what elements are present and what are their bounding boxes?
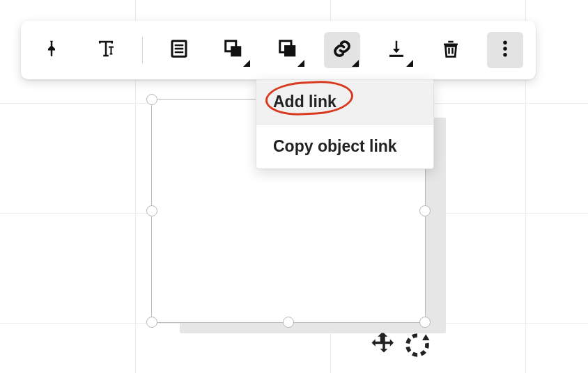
pin-icon bbox=[41, 38, 62, 62]
copy-icon bbox=[277, 38, 298, 62]
delete-button[interactable] bbox=[433, 32, 469, 68]
list-icon bbox=[169, 38, 189, 62]
link-icon bbox=[332, 38, 353, 62]
more-button[interactable] bbox=[487, 32, 523, 68]
move-icon[interactable] bbox=[369, 331, 399, 363]
menu-item-copy-object-link[interactable]: Copy object link bbox=[256, 125, 433, 168]
menu-indicator-icon bbox=[243, 60, 250, 67]
download-button[interactable] bbox=[378, 32, 415, 68]
object-controls bbox=[369, 331, 432, 363]
svg-point-11 bbox=[503, 53, 507, 57]
toolbar-separator bbox=[142, 37, 143, 63]
trash-icon bbox=[440, 38, 461, 62]
link-dropdown: Add link Copy object link bbox=[256, 79, 434, 169]
resize-handle-mid-right[interactable] bbox=[419, 205, 431, 216]
copy-button[interactable] bbox=[270, 32, 306, 68]
svg-point-10 bbox=[503, 47, 507, 51]
resize-handle-bottom-mid[interactable] bbox=[283, 317, 294, 328]
text-icon bbox=[95, 38, 116, 62]
svg-point-9 bbox=[503, 41, 507, 45]
resize-handle-top-left[interactable] bbox=[146, 94, 157, 105]
svg-rect-3 bbox=[175, 51, 184, 54]
rotate-icon[interactable] bbox=[403, 331, 432, 363]
link-button[interactable] bbox=[324, 32, 360, 68]
arrange-button[interactable] bbox=[215, 32, 252, 68]
svg-rect-1 bbox=[175, 45, 184, 47]
text-button[interactable] bbox=[88, 32, 124, 68]
svg-rect-2 bbox=[175, 48, 184, 50]
list-button[interactable] bbox=[161, 32, 197, 68]
svg-rect-5 bbox=[231, 46, 241, 56]
pin-button[interactable] bbox=[33, 32, 70, 68]
menu-indicator-icon bbox=[406, 60, 413, 67]
download-icon bbox=[386, 38, 407, 62]
resize-handle-bottom-right[interactable] bbox=[419, 317, 431, 328]
context-toolbar bbox=[21, 21, 536, 79]
menu-indicator-icon bbox=[297, 60, 304, 67]
resize-handle-bottom-left[interactable] bbox=[146, 317, 157, 328]
svg-rect-8 bbox=[389, 55, 403, 57]
arrange-icon bbox=[223, 38, 244, 62]
svg-rect-7 bbox=[284, 45, 295, 56]
more-icon bbox=[495, 38, 516, 62]
resize-handle-mid-left[interactable] bbox=[146, 205, 157, 216]
menu-indicator-icon bbox=[352, 60, 359, 67]
menu-item-add-link[interactable]: Add link bbox=[256, 80, 433, 124]
